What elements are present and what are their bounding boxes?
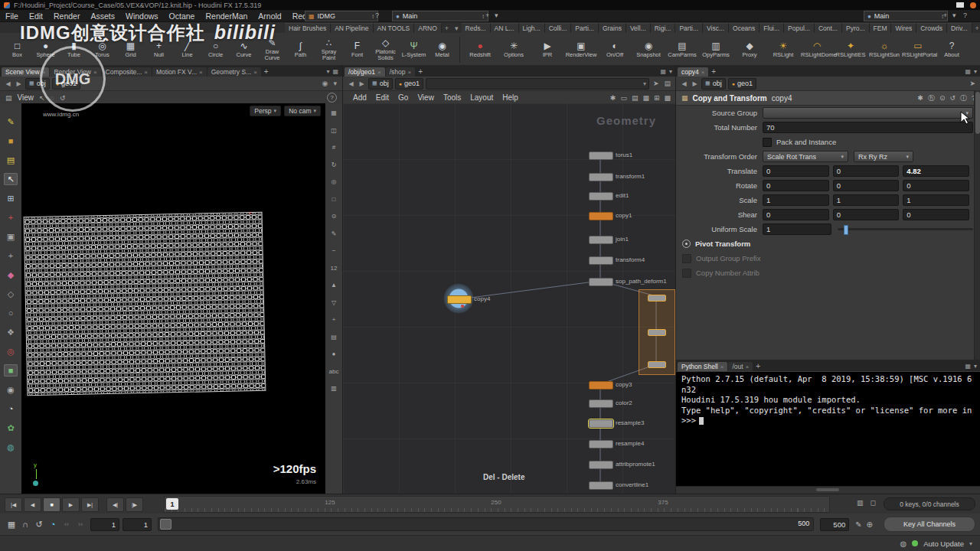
playbar-icon[interactable]: ∩ [18, 520, 32, 529]
viewport-3d[interactable]: Persp ▾ No cam ▾ + >120fps 2.63ms y [21, 103, 325, 494]
path-chip-obj[interactable]: ▦ obj [25, 78, 50, 90]
shelf-tool-rslight[interactable]: ☀RSLight [766, 41, 800, 58]
scene-tab-geometry-s[interactable]: Geometry S...× [207, 67, 261, 77]
shelf-tool-options[interactable]: ✳Options [497, 41, 531, 58]
shelf-tab-colli[interactable]: Colli... [545, 23, 572, 33]
python-tab-python-shell[interactable]: Python Shell× [678, 362, 727, 371]
shelf-tool-platonic-solids[interactable]: ◇Platonic Solids [371, 37, 400, 61]
network-toolbar-icon[interactable]: ▩ [664, 94, 671, 102]
shelf-tool-snapshot[interactable]: ◉Snapshot [632, 41, 665, 58]
shelf-tab-hair-brushes[interactable]: Hair Brushes [285, 23, 331, 33]
render-flag[interactable] [461, 305, 464, 308]
forward-icon[interactable]: ▶ [358, 80, 366, 87]
playbar-icon[interactable]: ‹‹ [60, 520, 74, 528]
network-node-color2[interactable]: color2 [589, 399, 613, 408]
viewport-tool-icon[interactable]: ▣ [4, 230, 18, 243]
shelf-tool-path[interactable]: ∫Path [286, 41, 315, 58]
dropdown-icon[interactable]: ▾ [332, 80, 338, 87]
shelf-tool-spray-paint[interactable]: ∴Spray Paint [315, 37, 343, 61]
list-icon[interactable]: ▤ [662, 80, 672, 87]
forward-icon[interactable]: ▶ [691, 80, 699, 87]
camera-selector[interactable]: No cam ▾ [284, 106, 321, 116]
display-option-icon[interactable]: ● [332, 350, 336, 357]
network-toolbar-icon[interactable]: ✱ [610, 94, 616, 102]
take-selector-left[interactable]: ● Main ↕ [392, 11, 488, 21]
close-icon[interactable]: × [144, 69, 148, 76]
shelf-tool-box[interactable]: □Box [3, 41, 31, 58]
desktop-selector[interactable]: ▦ IDMG ↕ [305, 11, 378, 21]
shelf-menu-icon[interactable]: ▾ [452, 24, 462, 33]
viewport-tool-icon[interactable]: ⊞ [4, 192, 18, 204]
new-tab-icon[interactable]: + [262, 67, 271, 77]
playbar-icon[interactable]: ▦ [5, 520, 18, 530]
menu-assets[interactable]: Assets [85, 11, 120, 21]
shelf-tab-fem[interactable]: FEM [870, 23, 892, 33]
close-icon[interactable]: × [746, 364, 750, 370]
viewport-tool-icon[interactable]: ○ [4, 307, 18, 319]
shelf-tab-vell[interactable]: Vell... [626, 23, 651, 33]
playbar-icon[interactable]: ›› [74, 520, 87, 528]
menu-file[interactable]: File [0, 11, 24, 21]
display-option-icon[interactable]: ⊙ [332, 213, 337, 220]
path-chip-geo1[interactable]: ● geo1 [395, 78, 423, 90]
shelf-tab-crowds[interactable]: Crowds [916, 23, 947, 33]
close-icon[interactable]: × [377, 69, 381, 76]
param-field-rotate-1[interactable]: 0 [833, 180, 900, 191]
scene-tab-scene-view[interactable]: Scene View× [2, 67, 49, 77]
transport-button-2[interactable]: ■ [43, 497, 60, 512]
param-dropdown-transform-order-1[interactable]: Scale Rot Trans▾ [763, 151, 848, 162]
playhead-marker[interactable]: 1 [166, 498, 178, 510]
path-chip-geo1[interactable]: ● geo1 [52, 78, 80, 90]
pane-split-icon[interactable]: ▦ [332, 68, 338, 75]
add-shelf-icon[interactable]: + [442, 24, 452, 33]
add-take-icon[interactable]: + [485, 11, 489, 19]
param-field-scale-2[interactable]: 1 [903, 194, 969, 206]
playbar-icon[interactable]: ↺ [32, 520, 46, 530]
shelf-tool-rslighties[interactable]: ✦RSLightIES [834, 41, 867, 58]
transport-button-0[interactable]: |◀ [5, 497, 22, 512]
param-field-translate-2[interactable]: 4.82 [903, 165, 969, 177]
pin-icon[interactable]: ➤ [968, 80, 977, 87]
playbar-icon[interactable]: ⊕ [867, 520, 873, 529]
display-option-icon[interactable]: ◫ [331, 127, 337, 134]
shelf-tool-metal[interactable]: ◉Metal [428, 41, 456, 58]
network-toolbar-icon[interactable]: ▭ [620, 94, 627, 102]
shelf-tab-arno[interactable]: ARNO [414, 23, 442, 33]
display-option-icon[interactable]: ↻ [332, 161, 337, 168]
shelf-tool-opyparms[interactable]: ▥OpyParms [699, 41, 733, 58]
close-icon[interactable]: × [253, 69, 257, 76]
viewport-tool-icon[interactable]: ✎ [4, 116, 18, 128]
path-dropdown[interactable]: ▾ [426, 78, 649, 90]
shelf-tool-on-off[interactable]: ◐On/Off [598, 41, 632, 58]
panel-icon[interactable]: ▥ [857, 499, 864, 507]
shelf-tool-tube[interactable]: ▮Tube [60, 41, 88, 58]
new-tab-icon[interactable]: + [753, 362, 763, 371]
viewport-tool-icon[interactable]: ◉ [4, 383, 18, 396]
shelf-tab-an-pipeline[interactable]: AN Pipeline [331, 23, 373, 33]
network-canvas[interactable]: Geometry Del - Delete torus1transform1ed… [343, 103, 676, 494]
python-resize-strip[interactable] [676, 486, 980, 494]
global-start-field[interactable]: 1 [90, 518, 119, 531]
view-menu[interactable]: View [18, 93, 34, 102]
box-icon[interactable]: ◻ [871, 499, 876, 507]
pane-menu-icon[interactable]: ▦ [660, 68, 666, 75]
params-header-icon[interactable]: ✱ [917, 94, 923, 102]
shelf-tool-line[interactable]: ╱Line [173, 41, 201, 58]
display-option-icon[interactable]: ▽ [332, 299, 336, 306]
shelf-tab-flui[interactable]: Flui... [760, 23, 784, 33]
shelf-tool-null[interactable]: +Null [145, 41, 173, 58]
close-icon[interactable]: × [407, 69, 411, 76]
scene-tab-render-view[interactable]: Render View× [50, 67, 100, 77]
help-circle-icon[interactable]: ? [375, 11, 379, 19]
shelf-tool-renderview[interactable]: ▣RenderView [564, 41, 598, 58]
shelf-tab-reds[interactable]: Reds... [462, 23, 491, 33]
auto-update-selector[interactable]: Auto Update [923, 540, 964, 548]
shelf-tool-rslightsun[interactable]: ☼RSLightSun [867, 41, 901, 58]
network-toolbar-icon[interactable]: ⊞ [654, 94, 660, 102]
shelf-tab-pyro[interactable]: Pyro... [842, 23, 870, 33]
network-tab-obj-geo1[interactable]: /obj/geo1× [345, 67, 385, 77]
network-node-resample4[interactable]: resample4 [589, 440, 613, 448]
menu-render[interactable]: Render [48, 11, 85, 21]
shelf-tool-proxy[interactable]: ◆Proxy [733, 41, 766, 58]
close-icon[interactable]: × [42, 69, 46, 76]
